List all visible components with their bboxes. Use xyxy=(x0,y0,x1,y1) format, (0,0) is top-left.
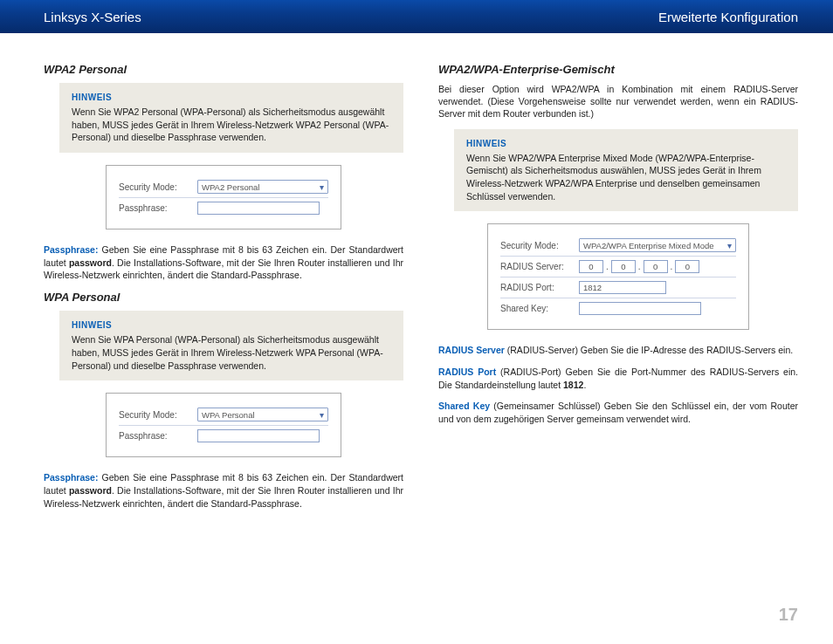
key-term: RADIUS Server xyxy=(438,345,505,355)
security-mode-select[interactable]: WPA2/WPA Enterprise Mixed Mode ▾ xyxy=(579,238,736,252)
note-body: Wenn Sie WPA2 Personal (WPA-Personal) al… xyxy=(72,106,391,144)
note-title: HINWEIS xyxy=(72,319,391,332)
passphrase-input[interactable] xyxy=(197,429,320,442)
field-label: RADIUS Server: xyxy=(500,262,579,271)
radius-server-ip: 0. 0. 0. 0 xyxy=(579,260,699,273)
key-term: RADIUS Port xyxy=(438,367,496,377)
screenshot-wpa-personal: Security Mode: WPA Personal ▾ Passphrase… xyxy=(106,393,341,457)
ip-octet-input[interactable]: 0 xyxy=(611,260,636,273)
chevron-down-icon: ▾ xyxy=(320,182,324,192)
key-term: Passphrase: xyxy=(44,472,98,483)
note-box: HINWEIS Wenn Sie WPA2/WPA Enterprise Mix… xyxy=(454,129,798,212)
body-paragraph: RADIUS Server (RADIUS-Server) Geben Sie … xyxy=(438,344,798,357)
body-paragraph: Shared Key (Gemeinsamer Schlüssel) Geben… xyxy=(438,400,798,425)
field-label: Passphrase: xyxy=(119,203,197,213)
field-label: Shared Key: xyxy=(500,304,579,313)
radius-port-input[interactable]: 1812 xyxy=(579,281,666,294)
field-label: RADIUS Port: xyxy=(500,283,579,292)
header-left: Linksys X-Series xyxy=(44,10,141,24)
section-wpa-personal: WPA Personal xyxy=(44,291,403,304)
body-paragraph: Passphrase: Geben Sie eine Passphrase mi… xyxy=(44,471,403,510)
field-label: Security Mode: xyxy=(500,241,579,250)
body-paragraph: RADIUS Port (RADIUS-Port) Geben Sie die … xyxy=(438,366,798,391)
right-column: WPA2/WPA-Enterprise-Gemischt Bei dieser … xyxy=(438,59,798,518)
section-wpa2-personal: WPA2 Personal xyxy=(44,63,403,76)
key-term: Shared Key xyxy=(438,401,490,411)
shared-key-input[interactable] xyxy=(579,302,701,315)
key-term: Passphrase: xyxy=(44,244,98,255)
security-mode-select[interactable]: WPA2 Personal ▾ xyxy=(197,180,328,194)
note-box: HINWEIS Wenn Sie WPA2 Personal (WPA-Pers… xyxy=(59,83,403,153)
page-number: 17 xyxy=(779,605,798,625)
header-bar: Linksys X-Series Erweiterte Konfiguratio… xyxy=(0,0,833,33)
header-right: Erweiterte Konfiguration xyxy=(658,10,798,24)
field-label: Passphrase: xyxy=(119,431,197,441)
ip-octet-input[interactable]: 0 xyxy=(675,260,699,273)
note-body: Wenn Sie WPA Personal (WPA-Personal) als… xyxy=(72,333,391,372)
intro-paragraph: Bei dieser Option wird WPA2/WPA in Kombi… xyxy=(438,83,798,120)
chevron-down-icon: ▾ xyxy=(320,410,324,420)
field-label: Security Mode: xyxy=(119,410,197,420)
screenshot-enterprise-mixed: Security Mode: WPA2/WPA Enterprise Mixed… xyxy=(487,223,749,330)
note-title: HINWEIS xyxy=(466,138,786,150)
security-mode-select[interactable]: WPA Personal ▾ xyxy=(197,408,328,421)
section-enterprise-mixed: WPA2/WPA-Enterprise-Gemischt xyxy=(438,63,798,76)
select-value: WPA2 Personal xyxy=(202,182,259,192)
field-label: Security Mode: xyxy=(119,182,197,192)
body-paragraph: Passphrase: Geben Sie eine Passphrase mi… xyxy=(44,243,403,282)
note-body: Wenn Sie WPA2/WPA Enterprise Mixed Mode … xyxy=(466,152,786,203)
screenshot-wpa2-personal: Security Mode: WPA2 Personal ▾ Passphras… xyxy=(106,165,341,230)
note-title: HINWEIS xyxy=(72,92,391,104)
select-value: WPA2/WPA Enterprise Mixed Mode xyxy=(583,241,714,250)
ip-octet-input[interactable]: 0 xyxy=(644,260,668,273)
select-value: WPA Personal xyxy=(202,410,255,420)
ip-octet-input[interactable]: 0 xyxy=(579,260,603,273)
passphrase-input[interactable] xyxy=(197,202,320,215)
chevron-down-icon: ▾ xyxy=(727,241,732,250)
left-column: WPA2 Personal HINWEIS Wenn Sie WPA2 Pers… xyxy=(44,59,403,518)
note-box: HINWEIS Wenn Sie WPA Personal (WPA-Perso… xyxy=(59,311,403,380)
